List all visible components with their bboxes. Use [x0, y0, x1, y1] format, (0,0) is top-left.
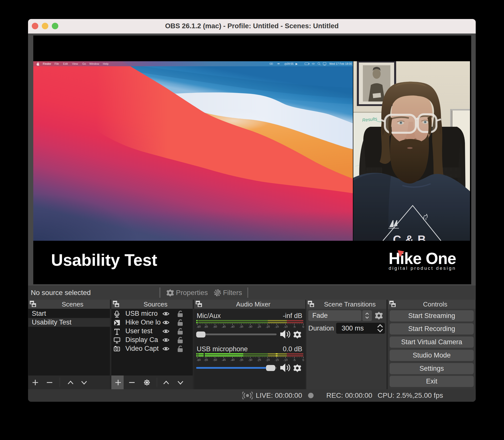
svg-text:Finder: Finder [43, 62, 51, 65]
svg-text:Window: Window [89, 62, 99, 65]
svg-text:-50: -50 [212, 358, 217, 362]
svg-text:-10: -10 [283, 358, 288, 362]
svg-text:View: View [72, 62, 78, 65]
svg-text:-50: -50 [212, 325, 217, 328]
svg-text:-10: -10 [283, 325, 288, 328]
svg-text:-45: -45 [221, 358, 226, 362]
svg-text:-15: -15 [274, 358, 279, 362]
svg-text:Wed 17 Feb 18:00: Wed 17 Feb 18:00 [329, 62, 352, 65]
svg-text:-40: -40 [230, 325, 235, 328]
svg-text:-15: -15 [274, 325, 279, 328]
svg-text:Edit: Edit [63, 62, 68, 65]
svg-text:-25: -25 [257, 358, 261, 362]
svg-text:-5: -5 [293, 325, 296, 328]
svg-text:◎09:55: ◎09:55 [284, 62, 294, 65]
svg-text:-55: -55 [203, 358, 208, 362]
svg-text:-55: -55 [203, 325, 208, 328]
svg-text:-60: -60 [196, 358, 201, 362]
svg-text:-60: -60 [196, 325, 201, 328]
svg-text:-5: -5 [293, 358, 296, 362]
svg-text:-45: -45 [221, 325, 226, 328]
svg-text:-35: -35 [239, 325, 243, 328]
svg-text:0: 0 [302, 325, 304, 328]
svg-text:Go: Go [82, 62, 86, 65]
svg-text:Help: Help [103, 62, 109, 65]
svg-text:-20: -20 [265, 325, 270, 328]
svg-text:-40: -40 [230, 358, 235, 362]
svg-text:-30: -30 [248, 325, 253, 328]
svg-text:0: 0 [302, 358, 304, 362]
svg-text:-25: -25 [257, 325, 261, 328]
svg-text:-20: -20 [265, 358, 270, 362]
svg-text:File: File [55, 62, 59, 65]
svg-text:-30: -30 [248, 358, 253, 362]
svg-text:▶: ▶ [296, 62, 298, 65]
svg-text:-35: -35 [239, 358, 243, 362]
